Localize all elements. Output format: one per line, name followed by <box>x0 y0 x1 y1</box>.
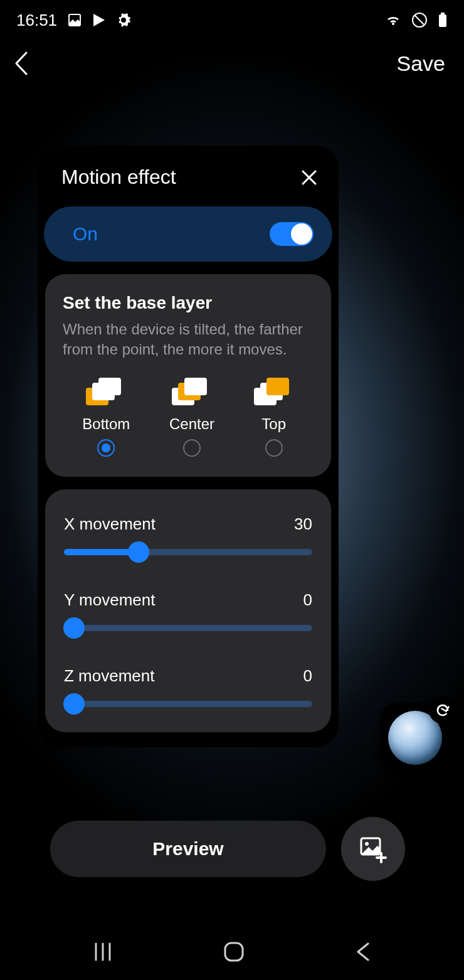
slider-thumb[interactable] <box>63 617 85 639</box>
slider-value: 30 <box>294 514 312 534</box>
battery-icon <box>438 12 448 28</box>
gear-icon <box>116 13 131 28</box>
layer-option-top[interactable]: Top <box>254 378 294 457</box>
layer-label: Top <box>261 415 286 433</box>
slider-track[interactable] <box>64 625 312 631</box>
play-store-icon <box>92 13 106 28</box>
preview-button[interactable]: Preview <box>50 821 326 877</box>
motion-toggle-row[interactable]: On <box>44 206 332 262</box>
slider-x-movement: X movement30 <box>64 514 312 555</box>
slider-value: 0 <box>303 590 312 610</box>
refresh-button[interactable] <box>429 696 456 724</box>
movement-section: X movement30Y movement0Z movement0 <box>45 489 331 732</box>
card-title: Motion effect <box>61 166 176 189</box>
back-button[interactable] <box>13 50 31 77</box>
toggle-switch[interactable] <box>270 222 314 246</box>
svg-rect-14 <box>225 943 243 961</box>
slider-label: X movement <box>64 514 156 534</box>
layer-label: Bottom <box>82 415 130 433</box>
slider-y-movement: Y movement0 <box>64 590 312 631</box>
layer-stack-icon <box>172 378 212 409</box>
slider-value: 0 <box>303 666 312 686</box>
base-layer-heading: Set the base layer <box>63 293 314 313</box>
statusbar: 16:51 <box>0 0 464 40</box>
slider-label: Z movement <box>64 666 155 686</box>
add-image-button[interactable] <box>341 817 405 881</box>
layer-stack-icon <box>254 378 294 409</box>
layer-label: Center <box>169 415 214 433</box>
back-nav-button[interactable] <box>354 941 372 962</box>
status-time: 16:51 <box>16 11 57 30</box>
layer-radio[interactable] <box>97 439 115 457</box>
do-not-disturb-icon <box>411 12 428 28</box>
toggle-label: On <box>73 223 98 245</box>
slider-track[interactable] <box>64 701 312 707</box>
svg-rect-4 <box>441 13 445 14</box>
recents-button[interactable] <box>92 941 113 962</box>
home-button[interactable] <box>222 940 246 964</box>
wifi-icon <box>385 13 401 27</box>
slider-z-movement: Z movement0 <box>64 666 312 707</box>
layer-option-center[interactable]: Center <box>169 378 214 457</box>
svg-point-8 <box>365 842 369 846</box>
close-button[interactable] <box>301 169 317 186</box>
preview-label: Preview <box>152 838 223 860</box>
base-layer-section: Set the base layer When the device is ti… <box>45 274 331 477</box>
bottombar: Preview <box>0 817 464 881</box>
svg-line-2 <box>414 15 424 25</box>
slider-thumb[interactable] <box>128 541 149 563</box>
base-layer-description: When the device is tilted, the farther f… <box>63 319 314 360</box>
slider-track[interactable] <box>64 549 312 555</box>
layer-option-bottom[interactable]: Bottom <box>82 378 130 457</box>
appbar: Save <box>0 40 464 89</box>
image-icon <box>67 13 82 28</box>
layer-radio[interactable] <box>265 439 283 457</box>
layer-stack-icon <box>86 378 126 409</box>
system-navbar <box>0 930 464 974</box>
preview-thumbnail[interactable] <box>380 703 450 773</box>
save-button[interactable]: Save <box>397 51 446 76</box>
motion-effect-card: Motion effect On Set the base layer When… <box>38 146 339 747</box>
svg-rect-3 <box>439 14 446 27</box>
slider-thumb[interactable] <box>63 693 85 715</box>
layer-radio[interactable] <box>183 439 201 457</box>
slider-label: Y movement <box>64 590 155 610</box>
